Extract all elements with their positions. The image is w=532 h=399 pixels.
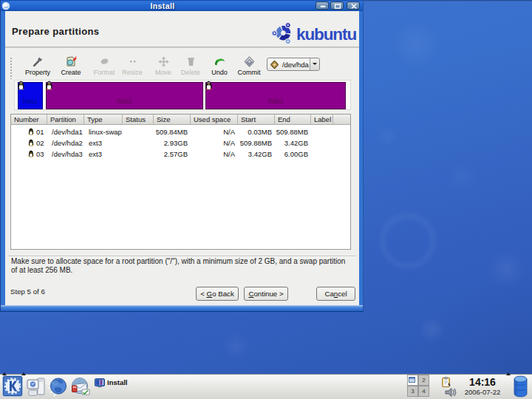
svg-text:kubuntu: kubuntu: [296, 25, 356, 44]
